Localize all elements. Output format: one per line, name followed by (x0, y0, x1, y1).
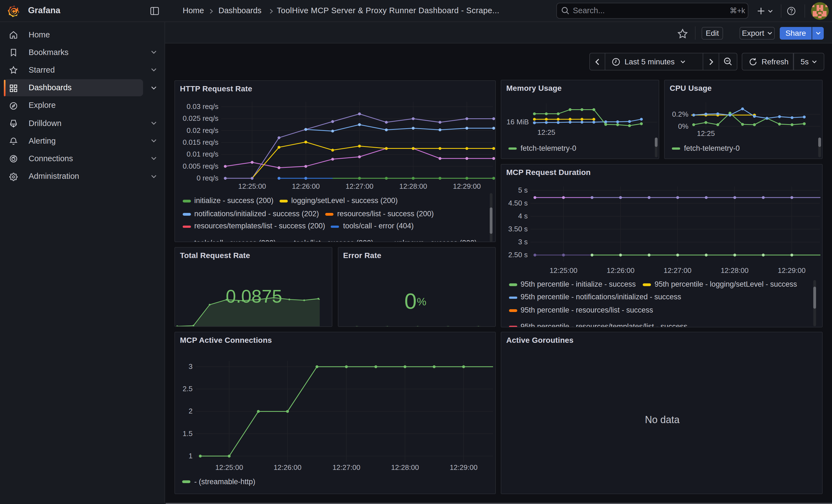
svg-text:12:26:00: 12:26:00 (292, 182, 320, 190)
svg-text:12:28:00: 12:28:00 (391, 463, 419, 472)
svg-text:0.015 req/s: 0.015 req/s (183, 138, 218, 146)
svg-text:0%: 0% (678, 122, 688, 130)
svg-text:2.5: 2.5 (183, 384, 192, 393)
svg-text:0.005 req/s: 0.005 req/s (183, 162, 218, 170)
svg-text:3: 3 (189, 362, 192, 371)
svg-text:1.5: 1.5 (183, 429, 192, 438)
svg-text:12:26:00: 12:26:00 (274, 463, 301, 472)
svg-text:4.50 s: 4.50 s (508, 198, 528, 207)
svg-text:0.01 req/s: 0.01 req/s (186, 150, 218, 158)
svg-text:0: 0 (404, 289, 417, 313)
svg-text:12:25:00: 12:25:00 (238, 182, 266, 190)
svg-text:5 s: 5 s (518, 186, 528, 194)
svg-text:0.02 req/s: 0.02 req/s (186, 126, 218, 134)
svg-text:4 s: 4 s (518, 212, 528, 220)
svg-text:2: 2 (189, 407, 192, 415)
svg-text:%: % (417, 295, 426, 307)
svg-text:12:29:00: 12:29:00 (449, 463, 477, 472)
svg-text:12:25:00: 12:25:00 (549, 266, 577, 274)
svg-text:0 req/s: 0 req/s (197, 174, 219, 182)
svg-text:2.50 s: 2.50 s (508, 250, 528, 259)
svg-text:12:25: 12:25 (537, 128, 555, 136)
svg-text:1: 1 (189, 452, 192, 460)
svg-text:0.03 req/s: 0.03 req/s (186, 102, 218, 110)
svg-text:12:29:00: 12:29:00 (453, 182, 480, 190)
svg-text:3 s: 3 s (518, 237, 528, 246)
svg-text:0.0875: 0.0875 (226, 286, 282, 306)
svg-text:12:26:00: 12:26:00 (607, 266, 634, 274)
svg-text:12:25: 12:25 (697, 129, 715, 137)
svg-text:12:29:00: 12:29:00 (778, 266, 806, 274)
svg-text:12:27:00: 12:27:00 (664, 266, 692, 274)
svg-text:12:27:00: 12:27:00 (332, 463, 360, 472)
svg-text:0.2%: 0.2% (672, 110, 688, 118)
svg-text:12:28:00: 12:28:00 (721, 266, 748, 274)
svg-text:12:25:00: 12:25:00 (215, 463, 243, 472)
svg-text:12:28:00: 12:28:00 (399, 182, 427, 190)
svg-text:16 MiB: 16 MiB (506, 118, 529, 126)
svg-text:12:27:00: 12:27:00 (345, 182, 373, 190)
svg-text:0.025 req/s: 0.025 req/s (183, 114, 218, 122)
svg-text:3.50 s: 3.50 s (508, 224, 528, 233)
